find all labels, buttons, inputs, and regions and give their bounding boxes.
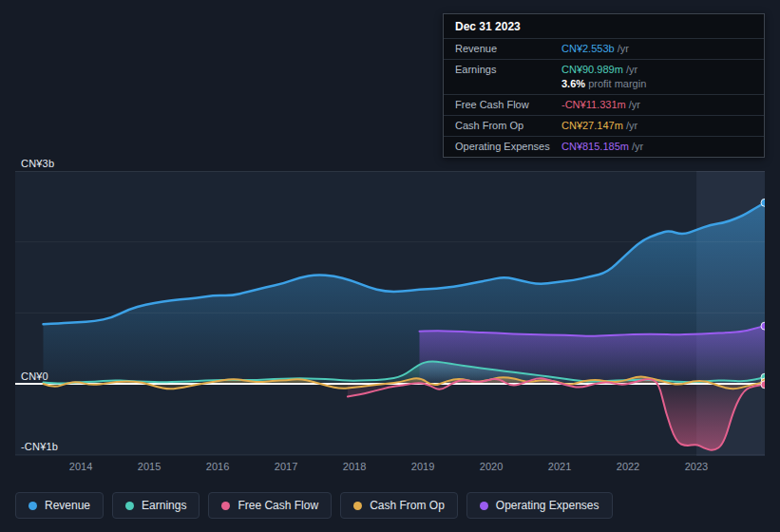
tooltip-row-label: Operating Expenses (455, 140, 561, 154)
revenue-legend-dot-icon (29, 502, 37, 510)
legend-item-operating-expenses[interactable]: Operating Expenses (466, 492, 613, 519)
tooltip-row-cash-from-op: Cash From OpCN¥27.147m /yr (444, 115, 764, 136)
operating-expenses-end-marker (761, 322, 765, 330)
y-axis-label-0: CN¥0 (21, 370, 48, 382)
legend-item-label: Operating Expenses (496, 499, 599, 512)
x-axis-label-2023: 2023 (679, 461, 713, 472)
legend-item-label: Free Cash Flow (238, 499, 318, 512)
tooltip-row-label: Revenue (455, 42, 561, 56)
tooltip-row-label: Earnings (455, 63, 561, 91)
chart-canvas[interactable] (15, 171, 765, 456)
legend-item-revenue[interactable]: Revenue (15, 492, 104, 519)
revenue-end-marker (761, 199, 765, 206)
y-axis-label-3b: CN¥3b (21, 158, 54, 169)
legend-item-free-cash-flow[interactable]: Free Cash Flow (208, 492, 332, 519)
app-root: CN¥3b CN¥0 -CN¥1b 2014201520162017201820… (0, 0, 780, 532)
x-axis-label-2019: 2019 (406, 461, 440, 472)
legend-item-cash-from-op[interactable]: Cash From Op (340, 492, 458, 519)
x-axis-label-2014: 2014 (64, 461, 98, 472)
x-axis-label-2020: 2020 (474, 461, 508, 472)
chart-legend: RevenueEarningsFree Cash FlowCash From O… (15, 492, 613, 519)
tooltip-row-value: CN¥27.147m /yr (561, 119, 752, 133)
tooltip-row-label: Free Cash Flow (455, 98, 561, 112)
tooltip-row-value: -CN¥11.331m /yr (561, 98, 752, 112)
tooltip-row-revenue: RevenueCN¥2.553b /yr (444, 38, 764, 59)
tooltip-row-free-cash-flow: Free Cash Flow-CN¥11.331m /yr (444, 94, 764, 115)
x-axis-label-2018: 2018 (337, 461, 371, 472)
x-axis-label-2022: 2022 (611, 461, 645, 472)
tooltip-rows: RevenueCN¥2.553b /yrEarningsCN¥90.989m /… (444, 38, 764, 157)
cash-from-op-legend-dot-icon (353, 502, 362, 510)
chart-tooltip: Dec 31 2023 RevenueCN¥2.553b /yrEarnings… (443, 13, 765, 158)
free-cash-flow-legend-dot-icon (221, 502, 230, 510)
x-axis-label-2015: 2015 (132, 461, 166, 472)
tooltip-row-earnings: EarningsCN¥90.989m /yr3.6% profit margin (444, 59, 764, 94)
legend-item-earnings[interactable]: Earnings (112, 492, 200, 519)
legend-item-label: Revenue (45, 499, 90, 512)
tooltip-row-operating-expenses: Operating ExpensesCN¥815.185m /yr (444, 136, 764, 157)
tooltip-row-value: CN¥2.553b /yr (561, 42, 752, 56)
earnings-legend-dot-icon (125, 502, 134, 510)
x-axis-label-2016: 2016 (200, 461, 235, 472)
legend-item-label: Cash From Op (370, 499, 445, 512)
x-axis-label-2017: 2017 (269, 461, 303, 472)
free-cash-flow-end-marker (761, 381, 765, 389)
tooltip-row-value: CN¥90.989m /yr3.6% profit margin (561, 63, 752, 91)
operating-expenses-legend-dot-icon (480, 502, 488, 510)
y-axis-label-neg1b: -CN¥1b (21, 441, 58, 452)
x-axis-label-2021: 2021 (542, 461, 577, 472)
tooltip-row-label: Cash From Op (455, 119, 561, 133)
legend-item-label: Earnings (142, 499, 186, 512)
tooltip-row-value: CN¥815.185m /yr (561, 140, 752, 154)
tooltip-date: Dec 31 2023 (444, 14, 764, 38)
